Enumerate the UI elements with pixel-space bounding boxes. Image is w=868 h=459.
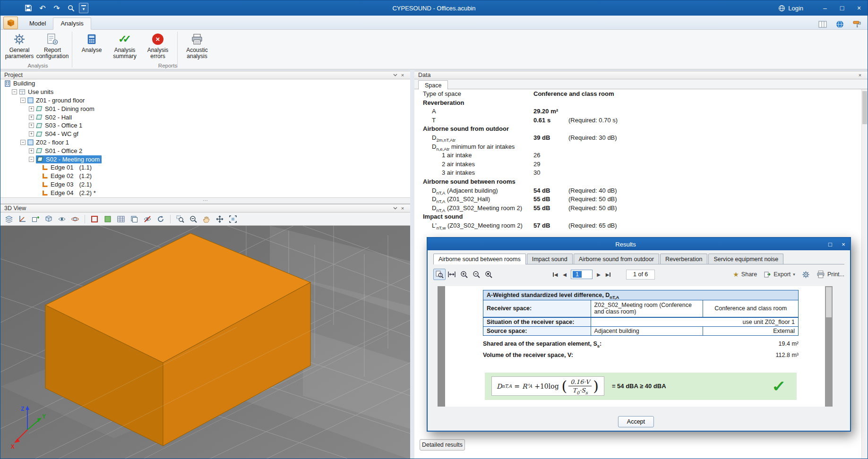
minimize-button[interactable]: – [816,0,834,16]
collapse-expander-icon[interactable]: − [29,157,34,162]
next-page-button[interactable]: ▶ [594,270,603,279]
analyse-button[interactable]: Analyse [75,30,108,53]
page-number-input[interactable]: 1 [571,270,593,279]
vertical-splitter[interactable] [410,71,414,459]
accept-button[interactable]: Accept [618,416,654,427]
first-page-button[interactable]: ◀ [550,270,560,279]
horizontal-splitter[interactable]: ⋯ [0,197,410,204]
move-button[interactable] [214,213,226,225]
zoom-reset-button[interactable] [482,269,495,280]
report-configuration-button[interactable]: Report configuration [36,30,69,60]
save-button[interactable] [22,2,34,14]
results-dialog-titlebar[interactable]: Results □ × [428,238,850,250]
panel-collapse-button[interactable] [391,205,399,212]
tree-item-s02-hall[interactable]: + S02 - Hall [0,113,410,121]
dialog-maximize-button[interactable]: □ [824,239,837,249]
tab-reverberation[interactable]: Reverberation [660,254,708,264]
panel-close-button[interactable]: × [399,72,406,78]
preview-scrollbar[interactable] [825,286,833,407]
export-button[interactable]: Export ▾ [764,271,795,278]
app-logo[interactable] [3,17,18,29]
report-preview[interactable]: A-Weighted standardized level difference… [438,286,833,407]
axes-button[interactable] [16,213,28,225]
fit-width-button[interactable] [446,269,458,280]
layers-button[interactable] [3,213,15,225]
dialog-close-button[interactable]: × [837,239,850,249]
zoom-window-button[interactable] [174,213,186,225]
expand-expander-icon[interactable]: + [29,148,34,153]
redo-button[interactable]: ↷ [51,2,63,14]
stack-button[interactable] [128,213,140,225]
tab-model[interactable]: Model [22,18,53,29]
hide-elements-button[interactable] [141,213,154,225]
zoom-selection-button[interactable] [433,269,446,280]
tree-item-s04-wc[interactable]: + S04 - WC gf [0,130,410,138]
window-layout-button[interactable] [816,18,829,30]
print-settings-button[interactable] [802,271,810,279]
tab-space[interactable]: Space [418,80,448,90]
collapse-expander-icon[interactable]: − [12,89,17,94]
add-element-button[interactable] [29,213,42,225]
maximize-button[interactable]: □ [834,0,851,16]
tab-impact-sound[interactable]: Impact sound [527,254,573,264]
tree-item-edge-03[interactable]: Edge 03 (2.1) [0,180,410,189]
analysis-summary-button[interactable]: ✓✓ Analysis summary [108,30,141,60]
show-edges-button[interactable] [88,213,101,225]
zoom-in-button[interactable] [458,269,470,280]
visibility-button[interactable] [56,213,68,225]
scrollbar-thumb[interactable] [826,287,832,317]
general-parameters-button[interactable]: General parameters [3,30,36,60]
orbit-button[interactable] [69,213,81,225]
collapse-expander-icon[interactable]: − [20,140,26,145]
expand-expander-icon[interactable]: + [29,131,34,136]
undo-button[interactable]: ↶ [36,2,49,14]
tree-item-s01-dining[interactable]: + S01 - Dining room [0,104,410,113]
panel-close-button[interactable]: × [399,205,406,212]
close-button[interactable]: × [851,0,868,16]
last-page-button[interactable]: ▶ [603,270,613,279]
collapse-expander-icon[interactable]: − [20,98,26,103]
tab-airborne-between-rooms[interactable]: Airborne sound between rooms [433,254,526,264]
tree-item-z01[interactable]: − Z01 - ground floor [0,96,410,105]
grid-button[interactable] [115,213,127,225]
print-button[interactable]: Print... [816,270,844,279]
tab-service-equipment-noise[interactable]: Service equipment noise [708,254,783,264]
tree-item-edge-02[interactable]: Edge 02 (1.2) [0,172,410,180]
share-button[interactable]: ★ Share [733,271,757,278]
tree-item-s03-office1[interactable]: + S03 - Office 1 [0,121,410,130]
qat-customize-button[interactable]: ▾ [79,3,88,13]
tab-airborne-outdoor[interactable]: Airborne sound from outdoor [574,254,659,264]
solid-view-button[interactable] [43,213,55,225]
tree-item-use-units[interactable]: − Use units [0,88,410,96]
expand-expander-icon[interactable]: + [29,106,34,111]
login-button[interactable]: Login [778,5,803,12]
scrollbar-thumb[interactable] [862,91,867,124]
refresh-view-button[interactable] [155,213,167,225]
tab-analysis[interactable]: Analysis [53,17,91,30]
tree-item-s01-office2[interactable]: + S01 - Office 2 [0,146,410,155]
analysis-errors-button[interactable]: × Analysis errors [141,30,174,60]
panel-close-button[interactable]: × [856,72,864,78]
zoom-out-button[interactable] [470,269,482,280]
expand-expander-icon[interactable]: + [29,115,34,120]
data-panel-scrollbar[interactable] [861,89,868,459]
fit-view-button[interactable] [227,213,239,225]
tree-item-edge-04[interactable]: Edge 04 (2.2) * [0,188,410,197]
previous-page-button[interactable]: ◀ [560,270,569,279]
3d-viewport[interactable]: Z Y X [0,226,410,459]
tree-item-edge-01[interactable]: Edge 01 (1.1) [0,163,410,172]
expand-expander-icon[interactable]: + [29,123,34,128]
tree-item-s02-meeting-room[interactable]: − S02 - Meeting room [0,155,410,163]
detailed-results-button[interactable]: Detailed results [420,439,465,450]
tree-item-z02[interactable]: − Z02 - floor 1 [0,138,410,147]
pan-button[interactable] [200,213,213,225]
tree-item-building[interactable]: Building [0,79,410,88]
web-button[interactable] [834,18,846,30]
zoom-out-button[interactable] [187,213,199,225]
selected-tree-item[interactable]: S02 - Meeting room [36,155,102,163]
panel-collapse-button[interactable] [391,72,399,78]
show-faces-button[interactable] [102,213,114,225]
acoustic-analysis-button[interactable]: Acoustic analysis [180,30,214,60]
theme-button[interactable] [851,18,863,30]
search-button[interactable] [65,2,77,14]
